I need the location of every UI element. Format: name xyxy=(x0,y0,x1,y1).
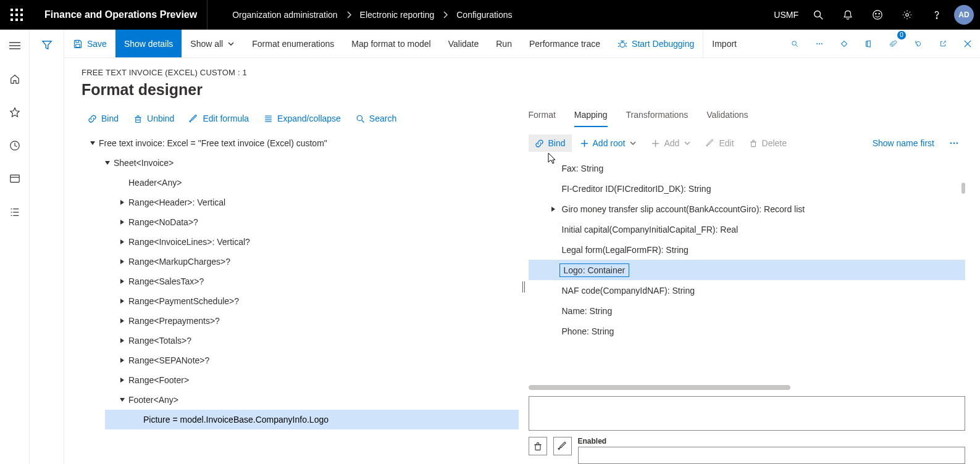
app-launcher-icon[interactable] xyxy=(0,0,33,30)
breadcrumb-item[interactable]: Organization administration xyxy=(232,10,337,20)
caret-down-icon[interactable] xyxy=(86,140,99,146)
caret-right-icon[interactable] xyxy=(116,377,128,383)
tree-row[interactable]: Range<PaymentSchedule>? xyxy=(82,291,519,311)
caret-right-icon[interactable] xyxy=(116,219,128,225)
validate-button[interactable]: Validate xyxy=(440,30,488,57)
expand-collapse-button[interactable]: Expand/collapse xyxy=(258,110,347,127)
tab-mapping[interactable]: Mapping xyxy=(574,110,608,127)
caret-right-icon[interactable] xyxy=(116,357,128,363)
format-enumerations-button[interactable]: Format enumerations xyxy=(243,30,343,57)
data-row[interactable]: Fax: String xyxy=(529,158,966,178)
svg-point-6 xyxy=(936,18,937,19)
favorites-icon[interactable] xyxy=(0,101,30,123)
filter-icon[interactable] xyxy=(41,39,52,464)
format-tree[interactable]: Free text invoice: Excel = "Free text in… xyxy=(82,133,519,464)
tree-row[interactable]: Picture = model.InvoiceBase.CompanyInfo.… xyxy=(105,410,519,429)
mapping-more-icon[interactable] xyxy=(943,135,965,152)
scrollbar-thumb[interactable] xyxy=(961,183,965,194)
caret-down-icon[interactable] xyxy=(101,160,114,166)
tree-row[interactable]: Range<Header>: Vertical xyxy=(82,193,519,212)
popout-icon[interactable] xyxy=(931,30,955,57)
enabled-input[interactable] xyxy=(578,447,966,464)
splitter[interactable] xyxy=(519,110,529,464)
search-icon[interactable] xyxy=(803,0,833,30)
show-name-first-button[interactable]: Show name first xyxy=(866,135,940,152)
format-toolbar: Bind Unbind Edit formula Expand/col xyxy=(82,110,519,127)
data-row[interactable]: Phone: String xyxy=(529,321,966,341)
data-row[interactable]: NAF code(CompanyIdNAF): String xyxy=(529,280,966,300)
data-source-tree[interactable]: Fax: StringFI-Creditor ID(FICreditorID_D… xyxy=(529,158,966,384)
more-commands-icon[interactable] xyxy=(807,30,832,57)
office-icon[interactable] xyxy=(856,30,881,57)
caret-right-icon[interactable] xyxy=(116,199,128,205)
run-button[interactable]: Run xyxy=(487,30,521,57)
chevron-down-icon xyxy=(629,139,637,147)
caret-right-icon[interactable] xyxy=(116,259,128,265)
tree-row[interactable]: Range<InvoiceLines>: Vertical? xyxy=(82,232,519,252)
tree-row[interactable]: Range<SEPANote>? xyxy=(82,350,519,370)
breadcrumb-item[interactable]: Configurations xyxy=(456,10,512,20)
data-row[interactable]: Logo: Container xyxy=(529,260,966,280)
workspaces-icon[interactable] xyxy=(0,168,30,190)
caret-right-icon[interactable] xyxy=(116,278,128,284)
attachments-icon[interactable]: 0 xyxy=(881,30,906,57)
data-row[interactable]: Giro money transfer slip account(BankAcc… xyxy=(529,199,966,219)
edit-formula-button[interactable]: Edit formula xyxy=(183,110,255,127)
user-avatar[interactable]: AD xyxy=(954,5,974,25)
tab-validations[interactable]: Validations xyxy=(706,110,748,127)
breadcrumb-item[interactable]: Electronic reporting xyxy=(360,10,435,20)
caret-down-icon[interactable] xyxy=(116,397,128,403)
tree-row[interactable]: Range<SalesTax>? xyxy=(82,271,519,291)
data-row[interactable]: FI-Creditor ID(FICreditorID_DK): String xyxy=(529,178,966,199)
command-search-icon[interactable] xyxy=(782,30,807,57)
diamond-icon[interactable] xyxy=(832,30,856,57)
caret-right-icon[interactable] xyxy=(116,338,128,344)
recent-icon[interactable] xyxy=(0,135,30,157)
settings-icon[interactable] xyxy=(892,0,922,30)
tab-transformations[interactable]: Transformations xyxy=(626,110,689,127)
feedback-icon[interactable] xyxy=(863,0,892,30)
data-row[interactable]: Name: String xyxy=(529,300,966,321)
refresh-icon[interactable] xyxy=(906,30,931,57)
show-all-button[interactable]: Show all xyxy=(182,30,243,57)
company-picker[interactable]: USMF xyxy=(774,10,803,20)
horizontal-scrollbar[interactable] xyxy=(529,385,966,390)
caret-right-icon[interactable] xyxy=(116,298,128,304)
caret-right-icon[interactable] xyxy=(547,206,559,212)
import-button[interactable]: Import xyxy=(703,30,745,57)
mapping-bind-button[interactable]: Bind xyxy=(529,135,572,152)
tree-row[interactable]: Range<NoData>? xyxy=(82,212,519,232)
home-icon[interactable] xyxy=(0,68,30,90)
caret-right-icon[interactable] xyxy=(116,318,128,324)
unbind-button[interactable]: Unbind xyxy=(127,110,180,127)
data-row[interactable]: Initial capital(CompanyInitialCapital_FR… xyxy=(529,219,966,239)
tab-format[interactable]: Format xyxy=(529,110,556,127)
tree-row[interactable]: Sheet<Invoice> xyxy=(82,153,519,173)
performance-trace-button[interactable]: Performance trace xyxy=(521,30,609,57)
tree-row[interactable]: Header<Any> xyxy=(82,173,519,193)
map-format-button[interactable]: Map format to model xyxy=(343,30,439,57)
caret-right-icon[interactable] xyxy=(116,239,128,245)
tree-row[interactable]: Range<Totals>? xyxy=(82,331,519,350)
notifications-icon[interactable] xyxy=(833,0,863,30)
bind-button[interactable]: Bind xyxy=(82,110,125,127)
tree-row[interactable]: Range<Footer> xyxy=(82,370,519,390)
show-details-button[interactable]: Show details xyxy=(115,30,182,57)
delete-formula-button[interactable] xyxy=(529,437,547,455)
close-icon[interactable] xyxy=(955,30,980,57)
data-row[interactable]: Legal form(LegalFormFR): String xyxy=(529,239,966,260)
help-icon[interactable] xyxy=(922,0,952,30)
tree-row[interactable]: Footer<Any> xyxy=(82,390,519,410)
nav-expand-icon[interactable] xyxy=(0,35,30,57)
tree-row[interactable]: Range<Prepayments>? xyxy=(82,311,519,331)
add-root-button[interactable]: Add root xyxy=(574,135,643,152)
edit-formula-sq-button[interactable] xyxy=(553,437,572,455)
search-button[interactable]: Search xyxy=(350,110,403,127)
svg-point-0 xyxy=(815,11,821,17)
modules-icon[interactable] xyxy=(0,201,30,223)
tree-row[interactable]: Free text invoice: Excel = "Free text in… xyxy=(82,133,519,153)
start-debugging-button[interactable]: Start Debugging xyxy=(609,30,703,57)
tree-row[interactable]: Range<MarkupCharges>? xyxy=(82,252,519,271)
save-button[interactable]: Save xyxy=(64,30,115,57)
formula-textarea[interactable] xyxy=(529,396,966,431)
